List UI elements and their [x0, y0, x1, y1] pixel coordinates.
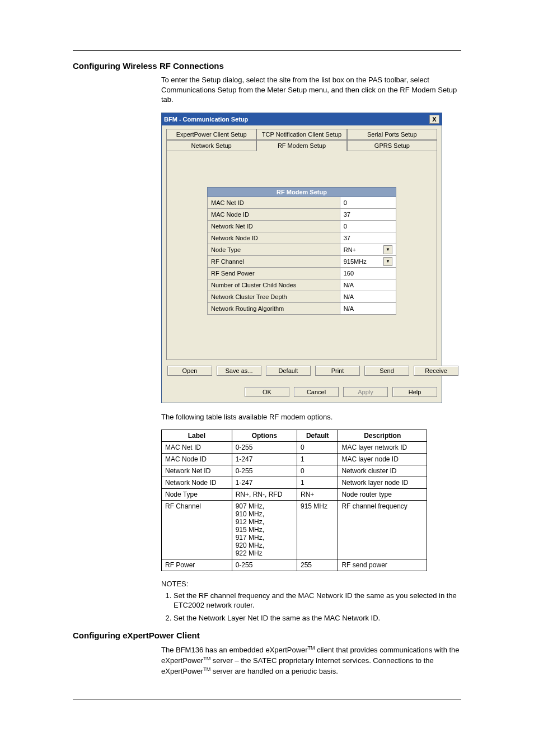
opts-label: RF Power	[162, 559, 232, 571]
table-row: RF Send Power160	[208, 267, 396, 279]
table-row: Node TypeRN+▼	[208, 244, 396, 255]
rf-row-value[interactable]: 915MHz▼	[340, 255, 396, 267]
rf-row-value[interactable]: N/A	[340, 279, 396, 291]
opts-desc: MAC layer node ID	[338, 454, 427, 465]
notes-label: NOTES:	[161, 579, 461, 589]
opts-label: MAC Net ID	[162, 442, 232, 454]
opts-options: 1-247	[232, 454, 297, 465]
opts-options: 0-255	[232, 465, 297, 477]
tab-network-setup[interactable]: Network Setup	[166, 140, 256, 151]
opts-label: RF Channel	[162, 501, 232, 559]
rf-row-value[interactable]: 0	[340, 220, 396, 232]
rf-row-label: MAC Net ID	[208, 197, 340, 208]
opts-options: 0-255	[232, 559, 297, 571]
table-row: MAC Node ID37	[208, 208, 396, 220]
tab-tcp-notification-client-setup[interactable]: TCP Notification Client Setup	[256, 129, 346, 140]
opts-desc: Node router type	[338, 489, 427, 501]
tab-serial-ports-setup[interactable]: Serial Ports Setup	[347, 129, 437, 140]
rf-row-label: RF Channel	[208, 255, 340, 267]
opts-default: 255	[297, 559, 338, 571]
table-row: Network Cluster Tree DepthN/A	[208, 291, 396, 302]
close-icon[interactable]: X	[429, 115, 439, 124]
rf-row-label: Network Routing Algorithm	[208, 302, 340, 314]
default-button[interactable]: Default	[266, 366, 311, 376]
rf-row-label: Network Cluster Tree Depth	[208, 291, 340, 302]
save-as--button[interactable]: Save as...	[217, 366, 261, 376]
send-button[interactable]: Send	[364, 366, 409, 376]
receive-button[interactable]: Receive	[414, 366, 458, 376]
opts-options: RN+, RN-, RFD	[232, 489, 297, 501]
opts-desc: Network cluster ID	[338, 465, 427, 477]
rf-row-value[interactable]: N/A	[340, 291, 396, 302]
post-dialog-text: The following table lists available RF m…	[161, 412, 461, 422]
opts-label: MAC Node ID	[162, 454, 232, 465]
table-row: Node TypeRN+, RN-, RFDRN+Node router typ…	[162, 489, 427, 501]
table-row: MAC Net ID0	[208, 197, 396, 208]
notes-list: Set the RF channel frequency and the MAC…	[161, 591, 461, 623]
communication-setup-dialog: BFM - Communication Setup X ExpertPower …	[161, 113, 442, 403]
opts-header: Options	[232, 430, 297, 442]
table-row: Network Net ID0	[208, 220, 396, 232]
opts-options: 0-255	[232, 442, 297, 454]
rf-row-value[interactable]: N/A	[340, 302, 396, 314]
rf-row-label: Network Net ID	[208, 220, 340, 232]
rf-row-value[interactable]: 37	[340, 232, 396, 244]
rf-row-value[interactable]: 37	[340, 208, 396, 220]
opts-label: Node Type	[162, 489, 232, 501]
opts-options: 907 MHz, 910 MHz, 912 MHz, 915 MHz, 917 …	[232, 501, 297, 559]
table-row: RF Channel907 MHz, 910 MHz, 912 MHz, 915…	[162, 501, 427, 559]
section-heading-expertpower: Configuring eXpertPower Client	[73, 631, 461, 640]
section2-body: The BFM136 has an embedded eXpertPowerTM…	[161, 645, 461, 676]
ok-button[interactable]: OK	[245, 387, 289, 397]
rf-row-value[interactable]: 160	[340, 267, 396, 279]
tab-gprs-setup[interactable]: GPRS Setup	[347, 140, 437, 151]
tab-expertpower-client-setup[interactable]: ExpertPower Client Setup	[166, 129, 256, 140]
dialog-title: BFM - Communication Setup	[164, 116, 248, 123]
chevron-down-icon[interactable]: ▼	[383, 257, 392, 266]
help-button[interactable]: Help	[392, 387, 437, 397]
tab-rf-modem-setup[interactable]: RF Modem Setup	[256, 140, 346, 151]
apply-button: Apply	[343, 387, 388, 397]
opts-desc: Network layer node ID	[338, 477, 427, 489]
print-button[interactable]: Print	[315, 366, 360, 376]
opts-default: 1	[297, 477, 338, 489]
opts-desc: RF channel frequency	[338, 501, 427, 559]
opts-options: 1-247	[232, 477, 297, 489]
opts-header: Default	[297, 430, 338, 442]
opts-header: Label	[162, 430, 232, 442]
cancel-button[interactable]: Cancel	[294, 387, 339, 397]
rf-row-value[interactable]: 0	[340, 197, 396, 208]
list-item: Set the Network Layer Net ID the same as…	[174, 614, 461, 623]
section1-body: To enter the Setup dialog, select the si…	[161, 75, 461, 105]
opts-label: Network Net ID	[162, 465, 232, 477]
rf-row-label: MAC Node ID	[208, 208, 340, 220]
table-row: Network Node ID37	[208, 232, 396, 244]
open-button[interactable]: Open	[167, 366, 212, 376]
table-row: Network Node ID1-2471Network layer node …	[162, 477, 427, 489]
table-row: RF Channel915MHz▼	[208, 255, 396, 267]
opts-default: 1	[297, 454, 338, 465]
opts-default: 0	[297, 442, 338, 454]
table-row: RF Power0-255255RF send power	[162, 559, 427, 571]
rf-row-label: Node Type	[208, 244, 340, 255]
table-row: Network Net ID0-2550Network cluster ID	[162, 465, 427, 477]
rf-modem-setup-table: RF Modem Setup MAC Net ID0MAC Node ID37N…	[207, 187, 396, 315]
opts-desc: RF send power	[338, 559, 427, 571]
table-row: MAC Net ID0-2550MAC layer network ID	[162, 442, 427, 454]
opts-default: 915 MHz	[297, 501, 338, 559]
rf-row-value[interactable]: RN+▼	[340, 244, 396, 255]
rf-row-label: RF Send Power	[208, 267, 340, 279]
rf-options-table: LabelOptionsDefaultDescription MAC Net I…	[161, 430, 427, 571]
chevron-down-icon[interactable]: ▼	[383, 245, 392, 254]
opts-header: Description	[338, 430, 427, 442]
rf-row-label: Number of Cluster Child Nodes	[208, 279, 340, 291]
rf-table-header: RF Modem Setup	[208, 187, 396, 197]
opts-desc: MAC layer network ID	[338, 442, 427, 454]
table-row: MAC Node ID1-2471MAC layer node ID	[162, 454, 427, 465]
rf-row-label: Network Node ID	[208, 232, 340, 244]
opts-default: RN+	[297, 489, 338, 501]
table-row: Network Routing AlgorithmN/A	[208, 302, 396, 314]
opts-default: 0	[297, 465, 338, 477]
section-heading-rf: Configuring Wireless RF Connections	[73, 61, 461, 71]
list-item: Set the RF channel frequency and the MAC…	[174, 591, 461, 610]
